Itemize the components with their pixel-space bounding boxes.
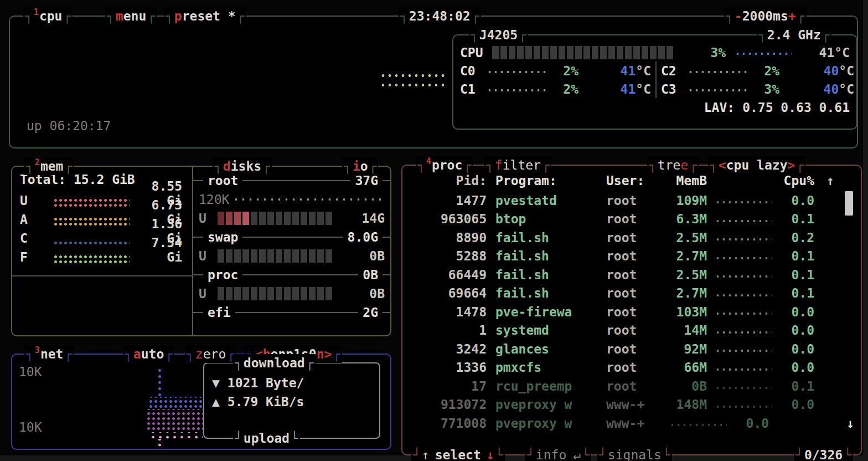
process-user: www-+ xyxy=(606,397,662,412)
rate-increase-button[interactable]: + xyxy=(788,9,796,23)
process-name: pmxcfs xyxy=(495,360,606,375)
process-cpu: 0.0 xyxy=(774,360,814,375)
disk-size: 8.0G xyxy=(343,230,383,244)
disk-used-meter xyxy=(218,249,334,263)
cpu-panel-title[interactable]: 1cpu xyxy=(23,7,73,25)
process-user: root xyxy=(606,379,662,393)
select-up-icon[interactable]: ↑ xyxy=(422,448,430,461)
process-scrollbar-thumb[interactable] xyxy=(845,191,853,216)
used-key: U xyxy=(199,211,218,226)
process-row[interactable]: 69664fail.shroot2.7M0.1 xyxy=(402,284,861,303)
process-mem: 2.5M xyxy=(662,268,707,282)
process-row[interactable]: 913072pveproxy wwww-+148M0.0 xyxy=(402,396,861,414)
process-name: systemd xyxy=(495,323,606,337)
process-cpu: 0.2 xyxy=(774,230,814,245)
header-user[interactable]: User: xyxy=(606,173,662,188)
menu-button[interactable]: menu xyxy=(105,7,157,25)
enter-key-icon: ↵ xyxy=(573,448,581,461)
process-row[interactable]: 3242glancesroot92M0.0 xyxy=(402,340,861,358)
process-row[interactable]: 963065btoproot6.3M0.1 xyxy=(402,210,861,229)
core-temp-unit: °C xyxy=(636,64,651,78)
process-pid: 913072 xyxy=(409,397,487,412)
core-usage-graph xyxy=(688,68,747,74)
net-auto-toggle[interactable]: auto xyxy=(123,345,174,363)
process-mem: 0B xyxy=(662,379,707,393)
process-user: root xyxy=(606,323,662,337)
sort-direction-icon: ↑ xyxy=(826,173,834,188)
sort-mode-label: cpu lazy xyxy=(726,158,788,172)
core-temp-value: 41 xyxy=(621,82,636,96)
process-user: root xyxy=(606,360,662,375)
sort-next-button[interactable]: > xyxy=(788,158,795,172)
process-cpu-graph xyxy=(715,196,772,204)
selection-counter: 0/326 xyxy=(794,446,853,461)
filter-button[interactable]: filter xyxy=(484,156,551,174)
process-cpu-graph xyxy=(715,345,772,353)
select-control[interactable]: ↑select↓ xyxy=(411,446,505,461)
disk-name: swap xyxy=(203,230,242,244)
process-cpu: 0.0 xyxy=(774,342,814,356)
uptime-label: up 06:20:17 xyxy=(27,119,111,133)
core-temp-value: 40 xyxy=(824,64,839,78)
info-button[interactable]: info↵ xyxy=(525,446,591,461)
process-name: pve-firewa xyxy=(495,305,606,319)
process-row[interactable]: 17rcu_preemproot0B0.1 xyxy=(402,377,861,396)
rate-decrease-button[interactable]: - xyxy=(735,9,742,23)
core-label: C3 xyxy=(661,82,688,96)
memory-panel-title[interactable]: 2mem xyxy=(24,157,74,175)
process-cpu-graph xyxy=(715,326,772,335)
header-memb[interactable]: MemB xyxy=(662,173,707,188)
net-zero-toggle[interactable]: zero xyxy=(185,345,236,363)
header-pid[interactable]: Pid: xyxy=(409,173,487,188)
process-pid: 963065 xyxy=(409,212,487,226)
process-row[interactable]: 1477pvestatdroot109M0.0 xyxy=(402,191,861,210)
next-interface-button[interactable]: n> xyxy=(317,347,332,361)
disk-root-used-row: U 14G xyxy=(193,209,390,228)
refresh-rate-control: -2000ms+ xyxy=(724,7,807,25)
process-name: btop xyxy=(495,212,606,226)
cpu-total-percent: 3% xyxy=(675,45,726,60)
clock: 23:48:02 xyxy=(399,7,481,25)
process-mem: 103M xyxy=(662,305,707,319)
network-panel-title[interactable]: 3net xyxy=(24,345,74,363)
process-row[interactable]: 66449fail.shroot2.5M0.1 xyxy=(402,265,861,284)
network-panel: 3net auto zero <benp1s0n> 10K 10K downlo… xyxy=(11,354,391,450)
mem-cached-key: C xyxy=(20,231,53,245)
process-row[interactable]: 1336pmxcfsroot66M0.0 xyxy=(402,358,861,377)
process-user: root xyxy=(606,212,662,226)
core-usage-graph xyxy=(688,86,747,93)
disk-size: 37G xyxy=(350,173,383,188)
signals-button[interactable]: signals xyxy=(597,446,672,461)
disks-toggle[interactable]: disks xyxy=(213,157,272,175)
disk-used-meter xyxy=(218,287,334,300)
tree-toggle[interactable]: tree xyxy=(647,156,699,174)
process-table-header: Pid: Program: User: MemB Cpu% ↑ xyxy=(402,171,861,190)
core-usage-graph xyxy=(487,68,546,74)
disk-size: 2G xyxy=(358,305,383,320)
io-mode-toggle[interactable]: io xyxy=(342,157,378,175)
process-pid: 1477 xyxy=(409,193,487,208)
core-temp-unit: °C xyxy=(839,64,854,78)
process-cpu: 0.0 xyxy=(774,193,814,208)
process-name: rcu_preemp xyxy=(495,379,606,393)
process-row[interactable]: 771008pveproxy wwww-+0.0 xyxy=(402,414,861,433)
process-row[interactable]: 1systemdroot14M0.0 xyxy=(402,321,861,340)
process-row[interactable]: 8890fail.shroot2.5M0.2 xyxy=(402,228,861,247)
disk-proc-used-row: U 0B xyxy=(193,284,390,303)
sort-selector[interactable]: <cpu lazy> xyxy=(708,156,805,174)
disk-root-io-row: 120K xyxy=(193,190,390,209)
process-cpu: 0.0 xyxy=(729,416,769,431)
header-program[interactable]: Program: xyxy=(495,173,606,188)
refresh-rate-value: 2000ms xyxy=(742,9,788,23)
sort-prev-button[interactable]: < xyxy=(719,158,726,172)
process-name: fail.sh xyxy=(495,268,606,282)
process-row[interactable]: 5288fail.shroot2.7M0.1 xyxy=(402,247,861,266)
download-label: download xyxy=(233,354,316,372)
process-row[interactable]: 1478pve-firewaroot103M0.0 xyxy=(402,303,861,321)
select-down-icon[interactable]: ↓ xyxy=(487,448,494,461)
preset-button[interactable]: preset * xyxy=(164,7,246,25)
process-user: root xyxy=(606,268,662,282)
process-panel-title[interactable]: 4proc xyxy=(416,156,473,174)
core-temp-value: 41 xyxy=(621,64,636,78)
header-cpu[interactable]: Cpu% xyxy=(774,173,814,188)
